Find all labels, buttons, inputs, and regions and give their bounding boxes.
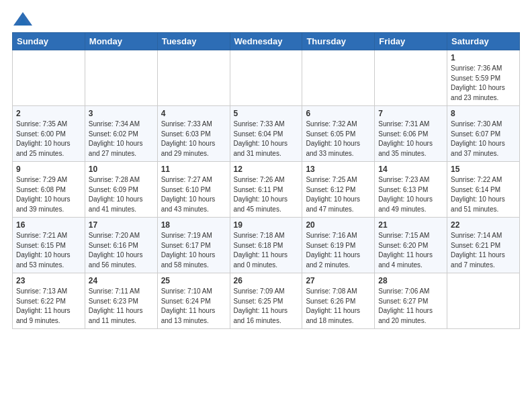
- calendar-cell: 17Sunrise: 7:20 AM Sunset: 6:16 PM Dayli…: [85, 218, 157, 273]
- day-info: Sunrise: 7:06 AM Sunset: 6:27 PM Dayligh…: [378, 287, 443, 326]
- weekday-header-saturday: Saturday: [447, 33, 520, 50]
- calendar-cell: [302, 50, 375, 106]
- day-number: 24: [89, 276, 154, 285]
- day-number: 26: [234, 276, 299, 285]
- calendar-cell: [85, 50, 157, 106]
- calendar-cell: 28Sunrise: 7:06 AM Sunset: 6:27 PM Dayli…: [375, 273, 447, 329]
- calendar-cell: [447, 273, 520, 329]
- day-number: 19: [234, 220, 299, 230]
- day-number: 15: [451, 165, 516, 174]
- day-number: 17: [89, 220, 154, 230]
- calendar-cell: 7Sunrise: 7:31 AM Sunset: 6:06 PM Daylig…: [375, 106, 447, 162]
- day-number: 2: [16, 109, 81, 118]
- day-number: 23: [16, 276, 81, 285]
- day-info: Sunrise: 7:25 AM Sunset: 6:12 PM Dayligh…: [306, 175, 371, 214]
- day-info: Sunrise: 7:21 AM Sunset: 6:15 PM Dayligh…: [16, 231, 81, 270]
- calendar-cell: 23Sunrise: 7:13 AM Sunset: 6:22 PM Dayli…: [13, 273, 85, 329]
- calendar-cell: 6Sunrise: 7:32 AM Sunset: 6:05 PM Daylig…: [302, 106, 375, 162]
- calendar-cell: 8Sunrise: 7:30 AM Sunset: 6:07 PM Daylig…: [447, 106, 520, 162]
- calendar-cell: 12Sunrise: 7:26 AM Sunset: 6:11 PM Dayli…: [230, 162, 302, 218]
- calendar-cell: 26Sunrise: 7:09 AM Sunset: 6:25 PM Dayli…: [230, 273, 302, 329]
- day-info: Sunrise: 7:34 AM Sunset: 6:02 PM Dayligh…: [89, 120, 154, 158]
- calendar-cell: 10Sunrise: 7:28 AM Sunset: 6:09 PM Dayli…: [85, 162, 157, 218]
- day-number: 6: [306, 109, 371, 118]
- day-info: Sunrise: 7:10 AM Sunset: 6:24 PM Dayligh…: [161, 287, 226, 326]
- calendar: SundayMondayTuesdayWednesdayThursdayFrid…: [12, 32, 520, 329]
- day-info: Sunrise: 7:30 AM Sunset: 6:07 PM Dayligh…: [451, 120, 516, 158]
- calendar-cell: 21Sunrise: 7:15 AM Sunset: 6:20 PM Dayli…: [375, 218, 447, 273]
- weekday-header-wednesday: Wednesday: [230, 33, 302, 50]
- day-number: 5: [234, 109, 299, 118]
- day-number: 21: [378, 220, 443, 230]
- day-info: Sunrise: 7:31 AM Sunset: 6:06 PM Dayligh…: [378, 120, 443, 158]
- weekday-header-tuesday: Tuesday: [157, 33, 230, 50]
- day-info: Sunrise: 7:18 AM Sunset: 6:18 PM Dayligh…: [234, 231, 299, 270]
- day-number: 4: [161, 109, 226, 118]
- day-number: 16: [16, 220, 81, 230]
- calendar-cell: 18Sunrise: 7:19 AM Sunset: 6:17 PM Dayli…: [157, 218, 230, 273]
- calendar-cell: [13, 50, 85, 106]
- day-info: Sunrise: 7:13 AM Sunset: 6:22 PM Dayligh…: [16, 287, 81, 326]
- calendar-cell: 1Sunrise: 7:36 AM Sunset: 5:59 PM Daylig…: [447, 50, 520, 106]
- calendar-cell: 22Sunrise: 7:14 AM Sunset: 6:21 PM Dayli…: [447, 218, 520, 273]
- logo: [12, 12, 32, 24]
- weekday-header-thursday: Thursday: [302, 33, 375, 50]
- day-number: 8: [451, 109, 516, 118]
- calendar-cell: 4Sunrise: 7:33 AM Sunset: 6:03 PM Daylig…: [157, 106, 230, 162]
- calendar-cell: 27Sunrise: 7:08 AM Sunset: 6:26 PM Dayli…: [302, 273, 375, 329]
- calendar-cell: 20Sunrise: 7:16 AM Sunset: 6:19 PM Dayli…: [302, 218, 375, 273]
- calendar-cell: 9Sunrise: 7:29 AM Sunset: 6:08 PM Daylig…: [13, 162, 85, 218]
- day-info: Sunrise: 7:09 AM Sunset: 6:25 PM Dayligh…: [234, 287, 299, 326]
- day-info: Sunrise: 7:26 AM Sunset: 6:11 PM Dayligh…: [234, 175, 299, 214]
- day-number: 12: [234, 165, 299, 174]
- day-number: 11: [161, 165, 226, 174]
- day-number: 27: [306, 276, 371, 285]
- day-info: Sunrise: 7:33 AM Sunset: 6:04 PM Dayligh…: [234, 120, 299, 158]
- calendar-cell: 3Sunrise: 7:34 AM Sunset: 6:02 PM Daylig…: [85, 106, 157, 162]
- day-info: Sunrise: 7:27 AM Sunset: 6:10 PM Dayligh…: [161, 175, 226, 214]
- calendar-week-row: 16Sunrise: 7:21 AM Sunset: 6:15 PM Dayli…: [13, 218, 520, 273]
- day-number: 10: [89, 165, 154, 174]
- day-info: Sunrise: 7:32 AM Sunset: 6:05 PM Dayligh…: [306, 120, 371, 158]
- weekday-header-friday: Friday: [375, 33, 447, 50]
- day-number: 25: [161, 276, 226, 285]
- calendar-cell: [157, 50, 230, 106]
- day-info: Sunrise: 7:23 AM Sunset: 6:13 PM Dayligh…: [378, 175, 443, 214]
- day-info: Sunrise: 7:28 AM Sunset: 6:09 PM Dayligh…: [89, 175, 154, 214]
- logo-icon: [13, 12, 32, 26]
- day-number: 9: [16, 165, 81, 174]
- calendar-cell: 14Sunrise: 7:23 AM Sunset: 6:13 PM Dayli…: [375, 162, 447, 218]
- day-info: Sunrise: 7:35 AM Sunset: 6:00 PM Dayligh…: [16, 120, 81, 158]
- day-info: Sunrise: 7:11 AM Sunset: 6:23 PM Dayligh…: [89, 287, 154, 326]
- day-info: Sunrise: 7:08 AM Sunset: 6:26 PM Dayligh…: [306, 287, 371, 326]
- day-info: Sunrise: 7:15 AM Sunset: 6:20 PM Dayligh…: [378, 231, 443, 270]
- day-info: Sunrise: 7:14 AM Sunset: 6:21 PM Dayligh…: [451, 231, 516, 270]
- calendar-cell: 19Sunrise: 7:18 AM Sunset: 6:18 PM Dayli…: [230, 218, 302, 273]
- day-number: 1: [451, 53, 516, 62]
- calendar-week-row: 2Sunrise: 7:35 AM Sunset: 6:00 PM Daylig…: [13, 106, 520, 162]
- calendar-cell: 25Sunrise: 7:10 AM Sunset: 6:24 PM Dayli…: [157, 273, 230, 329]
- calendar-cell: [230, 50, 302, 106]
- calendar-cell: 11Sunrise: 7:27 AM Sunset: 6:10 PM Dayli…: [157, 162, 230, 218]
- day-info: Sunrise: 7:33 AM Sunset: 6:03 PM Dayligh…: [161, 120, 226, 158]
- calendar-week-row: 23Sunrise: 7:13 AM Sunset: 6:22 PM Dayli…: [13, 273, 520, 329]
- page: SundayMondayTuesdayWednesdayThursdayFrid…: [0, 0, 532, 341]
- day-number: 13: [306, 165, 371, 174]
- day-info: Sunrise: 7:22 AM Sunset: 6:14 PM Dayligh…: [451, 175, 516, 214]
- calendar-cell: 24Sunrise: 7:11 AM Sunset: 6:23 PM Dayli…: [85, 273, 157, 329]
- day-info: Sunrise: 7:36 AM Sunset: 5:59 PM Dayligh…: [451, 64, 516, 103]
- calendar-cell: 15Sunrise: 7:22 AM Sunset: 6:14 PM Dayli…: [447, 162, 520, 218]
- calendar-cell: 16Sunrise: 7:21 AM Sunset: 6:15 PM Dayli…: [13, 218, 85, 273]
- day-number: 3: [89, 109, 154, 118]
- day-number: 22: [451, 220, 516, 230]
- calendar-cell: 13Sunrise: 7:25 AM Sunset: 6:12 PM Dayli…: [302, 162, 375, 218]
- calendar-cell: 5Sunrise: 7:33 AM Sunset: 6:04 PM Daylig…: [230, 106, 302, 162]
- calendar-week-row: 9Sunrise: 7:29 AM Sunset: 6:08 PM Daylig…: [13, 162, 520, 218]
- calendar-cell: [375, 50, 447, 106]
- day-info: Sunrise: 7:16 AM Sunset: 6:19 PM Dayligh…: [306, 231, 371, 270]
- day-info: Sunrise: 7:29 AM Sunset: 6:08 PM Dayligh…: [16, 175, 81, 214]
- header: [12, 12, 520, 24]
- calendar-cell: 2Sunrise: 7:35 AM Sunset: 6:00 PM Daylig…: [13, 106, 85, 162]
- weekday-header-monday: Monday: [85, 33, 157, 50]
- weekday-header-sunday: Sunday: [13, 33, 85, 50]
